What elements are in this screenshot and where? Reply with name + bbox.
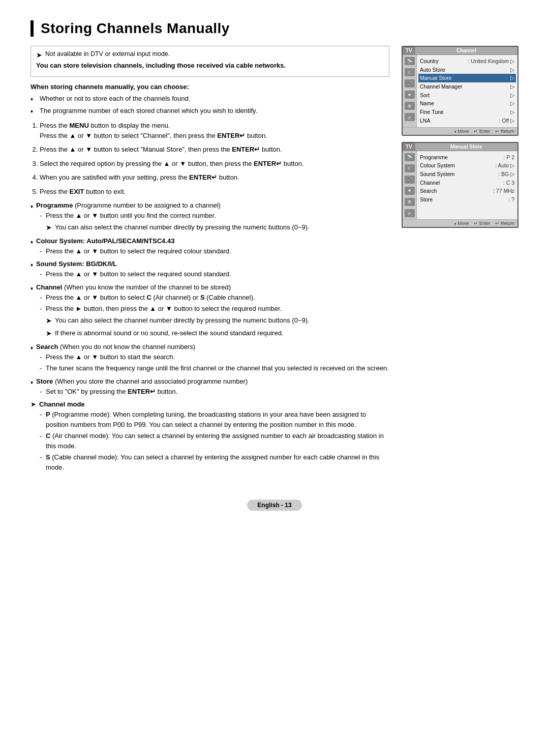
- main-layout: ➤ Not available in DTV or external input…: [30, 46, 518, 476]
- note-arrow-line: ➤ Not available in DTV or external input…: [36, 50, 384, 60]
- step-5: Press the EXIT button to exit.: [40, 187, 389, 197]
- enter-label-2: ↵ Enter: [474, 221, 490, 226]
- page-title-bar: Storing Channels Manually: [30, 20, 518, 37]
- diamond-icon-5: ♦: [30, 345, 33, 351]
- tv-icon-star: ★: [405, 91, 415, 99]
- sound-header: ♦ Sound System: BG/DK/I/L: [30, 260, 389, 268]
- note-arrow-icon-3: ➤: [46, 328, 52, 339]
- tv-icon-c-2: C: [405, 164, 415, 172]
- section-colour: ♦ Colour System: Auto/PAL/SECAM/NTSC4.43…: [30, 237, 389, 256]
- channel-dash-1: Press the ▲ or ▼ button to select C (Air…: [30, 293, 389, 303]
- tv-icon-antenna: 📡: [405, 57, 415, 65]
- store-dash-1: Set to "OK" by pressing the ENTER↵ butto…: [30, 387, 389, 397]
- note-arrow-icon-4: ➤: [30, 400, 36, 408]
- tv-panel-channel: TV Channel 📡 C 🔊 ★ ⊞ p Country : United …: [402, 46, 518, 136]
- channel-dash-2: Press the ► button, then press the ▲ or …: [30, 304, 389, 314]
- tv-panel-2-header: TV Manual Store: [403, 143, 517, 151]
- step-4: When you are satisfied with your setting…: [40, 172, 389, 183]
- tv-icon-p-2: p: [405, 209, 415, 217]
- channel-mode-p: P (Programme mode): When completing tuni…: [30, 410, 389, 429]
- diamond-icon-4: ♦: [30, 285, 33, 291]
- channel-note-1: ➤ You can also select the channel number…: [30, 315, 389, 326]
- tv-icon-p: p: [405, 113, 415, 121]
- diamond-icon: ♦: [30, 203, 33, 209]
- tv-menu-1: Country : United Kingdom ▷ Auto Store ▷ …: [417, 55, 517, 127]
- channel-mode-header-text: Channel mode: [39, 400, 85, 408]
- return-label-2: ↩ Return: [495, 221, 514, 226]
- enter-label-1: ↵ Enter: [474, 129, 490, 134]
- channel-header: ♦ Channel (When you know the number of t…: [30, 283, 389, 291]
- arrow-icon: ➤: [36, 50, 42, 60]
- channel-header-text: Channel (When you know the number of the…: [36, 283, 231, 291]
- note-arrow-icon-2: ➤: [46, 315, 52, 326]
- tv-side-icons-1: 📡 C 🔊 ★ ⊞ p: [403, 55, 417, 127]
- tv-icon-grid: ⊞: [405, 102, 415, 110]
- programme-header: ♦ Programme (Programme number to be assi…: [30, 201, 389, 209]
- tv-menu-name: Name ▷: [420, 99, 514, 108]
- bullet-item-2: The programme number of each stored chan…: [30, 106, 389, 116]
- tv-panel-1-header: TV Channel: [403, 47, 517, 55]
- tv-menu-store-val: Store : ?: [420, 195, 514, 204]
- search-dash-2: The tuner scans the frequency range unti…: [30, 363, 389, 373]
- tv-icon-c: C: [405, 68, 415, 76]
- tv-label-1: TV: [403, 47, 415, 54]
- tv-channel-label-2: Manual Store: [415, 143, 517, 151]
- tv-channel-label-1: Channel: [415, 47, 517, 54]
- tv-menu-search-val: Search : 77 MHz: [420, 187, 514, 195]
- tv-panel-2-footer: ⬥ Move ↵ Enter ↩ Return: [403, 219, 517, 227]
- programme-header-text: Programme (Programme number to be assign…: [36, 201, 221, 209]
- tv-panel-1-footer: ⬥ Move ↵ Enter ↩ Return: [403, 127, 517, 135]
- tv-label-2: TV: [403, 143, 415, 151]
- tv-menu-country: Country : United Kingdom ▷: [420, 57, 514, 66]
- page-title: Storing Channels Manually: [41, 20, 518, 37]
- diamond-icon-3: ♦: [30, 262, 33, 268]
- tv-icon-antenna-2: 📡: [405, 153, 415, 161]
- page-footer: English - 13: [30, 497, 518, 514]
- note-arrow-icon: ➤: [46, 222, 52, 233]
- tv-icon-speaker: 🔊: [405, 79, 415, 88]
- steps-list: Press the MENU button to display the men…: [30, 121, 389, 196]
- left-column: ➤ Not available in DTV or external input…: [30, 46, 389, 476]
- sound-header-text: Sound System: BG/DK/I/L: [36, 260, 117, 268]
- tv-menu-coloursys: Colour System : Auto ▷: [420, 161, 514, 170]
- step-2: Press the ▲ or ▼ button to select "Manua…: [40, 144, 389, 155]
- section-channel-mode: ➤ Channel mode P (Programme mode): When …: [30, 400, 389, 472]
- sound-dash-1: Press the ▲ or ▼ button to select the re…: [30, 269, 389, 279]
- footer-badge: English - 13: [247, 500, 301, 511]
- tv-panel-manualstore: TV Manual Store 📡 C 🔊 ★ ⊞ p Programme : …: [402, 142, 518, 228]
- tv-menu-programme: Programme : P 2: [420, 153, 514, 162]
- tv-panel-2-body: 📡 C 🔊 ★ ⊞ p Programme : P 2 Colour Syste…: [403, 151, 517, 219]
- store-header-text: Store (When you store the channel and as…: [36, 377, 248, 385]
- colour-dash-1: Press the ▲ or ▼ button to select the re…: [30, 246, 389, 256]
- search-header-text: Search (When you do not know the channel…: [36, 343, 195, 351]
- tv-panel-1-body: 📡 C 🔊 ★ ⊞ p Country : United Kingdom ▷ A…: [403, 55, 517, 127]
- return-label-1: ↩ Return: [495, 129, 514, 134]
- tv-menu-sort: Sort ▷: [420, 91, 514, 100]
- section-header: When storing channels manually, you can …: [30, 83, 389, 91]
- search-header: ♦ Search (When you do not know the chann…: [30, 343, 389, 351]
- tv-icon-star-2: ★: [405, 187, 415, 195]
- step-1: Press the MENU button to display the men…: [40, 121, 389, 140]
- tv-icon-grid-2: ⊞: [405, 198, 415, 206]
- initial-bullet-list: Whether or not to store each of the chan…: [30, 94, 389, 115]
- tv-menu-channelmgr: Channel Manager ▷: [420, 82, 514, 91]
- bullet-item-1: Whether or not to store each of the chan…: [30, 94, 389, 104]
- move-label-2: ⬥ Move: [454, 221, 469, 226]
- diamond-icon-2: ♦: [30, 239, 33, 245]
- section-programme: ♦ Programme (Programme number to be assi…: [30, 201, 389, 233]
- tv-menu-manualstore: Manual Store ▷: [418, 74, 516, 82]
- colour-header: ♦ Colour System: Auto/PAL/SECAM/NTSC4.43: [30, 237, 389, 245]
- section-channel: ♦ Channel (When you know the number of t…: [30, 283, 389, 339]
- move-label-1: ⬥ Move: [454, 129, 469, 134]
- note-text: Not available in DTV or external input m…: [45, 50, 170, 57]
- channel-note-2: ➤ If there is abnormal sound or no sound…: [30, 328, 389, 339]
- search-dash-1: Press the ▲ or ▼ button to start the sea…: [30, 352, 389, 362]
- tv-menu-finetune: Fine Tune ▷: [420, 108, 514, 117]
- right-column: TV Channel 📡 C 🔊 ★ ⊞ p Country : United …: [402, 46, 518, 228]
- programme-dash-1: Press the ▲ or ▼ button until you find t…: [30, 211, 389, 221]
- channel-mode-header: ➤ Channel mode: [30, 400, 389, 408]
- section-store: ♦ Store (When you store the channel and …: [30, 377, 389, 397]
- programme-note-1: ➤ You can also select the channel number…: [30, 222, 389, 233]
- tv-icon-speaker-2: 🔊: [405, 176, 415, 184]
- channel-mode-s: S (Cable channel mode): You can select a…: [30, 452, 389, 472]
